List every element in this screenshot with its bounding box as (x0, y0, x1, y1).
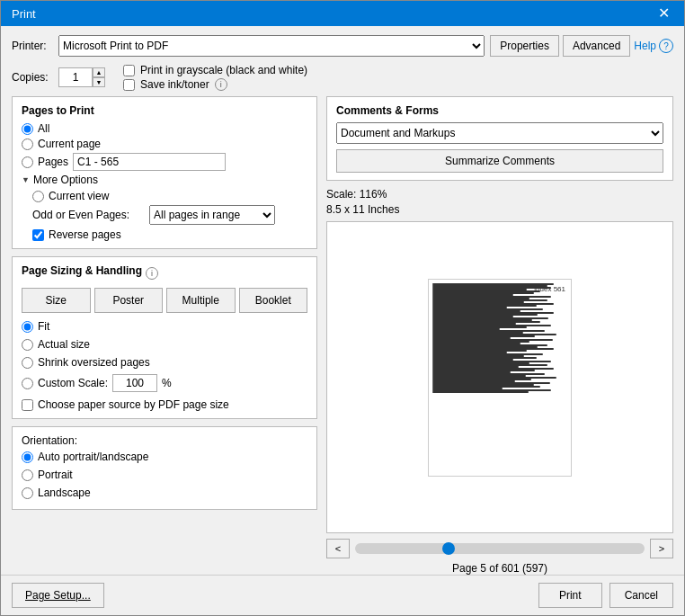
all-radio-row: All (22, 122, 307, 135)
copies-row: Copies: ▲ ▼ Print in grayscale (black an… (12, 64, 673, 91)
copies-up-button[interactable]: ▲ (93, 67, 105, 77)
booklet-button[interactable]: Booklet (239, 288, 308, 313)
custom-scale-label: Custom Scale: (38, 377, 108, 389)
comments-section: Comments & Forms Document and Markups Su… (326, 96, 673, 181)
preview-text (429, 280, 571, 397)
printer-row: Printer: Microsoft Print to PDF Properti… (12, 35, 673, 57)
preview-image: index 561 (428, 279, 572, 477)
orientation-section: Orientation: Auto portrait/landscape Por… (12, 426, 317, 510)
fit-radio-row: Fit (22, 320, 307, 333)
printer-label: Printer: (12, 40, 58, 52)
next-page-button[interactable]: > (650, 539, 673, 558)
main-area: Pages to Print All Current page Pages (12, 96, 673, 575)
portrait-row: Portrait (22, 469, 307, 481)
copies-input-wrap: ▲ ▼ (58, 67, 105, 87)
portrait-label: Portrait (38, 469, 73, 481)
current-view-radio[interactable] (32, 191, 44, 202)
all-radio[interactable] (22, 123, 33, 135)
current-view-radio-row: Current view (32, 190, 307, 202)
help-link[interactable]: Help ? (634, 39, 673, 53)
paper-source-label: Choose paper source by PDF page size (38, 398, 229, 411)
preview-nav: < > (326, 539, 673, 558)
copies-input[interactable] (58, 67, 93, 87)
pages-label: Pages (38, 156, 68, 168)
landscape-row: Landscape (22, 487, 307, 499)
action-buttons: Print Cancel (538, 583, 673, 608)
custom-scale-row: Custom Scale: % (22, 374, 307, 392)
grayscale-checkbox[interactable] (123, 65, 135, 76)
page-slider-thumb[interactable] (442, 542, 455, 555)
odd-even-label: Odd or Even Pages: (32, 209, 149, 221)
current-view-label: Current view (49, 190, 109, 202)
cancel-button[interactable]: Cancel (609, 583, 673, 608)
preview-page-label: index 561 (534, 285, 565, 293)
comments-select[interactable]: Document and Markups (336, 122, 663, 144)
properties-button[interactable]: Properties (490, 35, 559, 57)
custom-scale-input[interactable] (112, 374, 157, 392)
left-column: Pages to Print All Current page Pages (12, 96, 317, 575)
copies-label: Copies: (12, 71, 58, 84)
reverse-label: Reverse pages (49, 228, 121, 241)
odd-even-select[interactable]: All pages in range (149, 205, 275, 225)
orientation-options: Auto portrait/landscape Portrait Landsca… (22, 451, 307, 502)
grayscale-label: Print in grayscale (black and white) (140, 64, 307, 76)
current-page-label: Current page (38, 138, 101, 150)
help-icon[interactable]: ? (659, 39, 673, 53)
sizing-title-row: Page Sizing & Handling i (22, 264, 307, 282)
current-page-radio[interactable] (22, 138, 33, 150)
auto-orient-radio[interactable] (22, 451, 33, 463)
comments-title: Comments & Forms (336, 104, 663, 117)
fit-radio[interactable] (22, 321, 33, 333)
preview-area: index 561 (326, 221, 673, 533)
page-slider-track (355, 543, 645, 554)
portrait-radio[interactable] (22, 469, 33, 481)
pages-to-print-section: Pages to Print All Current page Pages (12, 96, 317, 249)
poster-button[interactable]: Poster (94, 288, 164, 313)
advanced-button[interactable]: Advanced (563, 35, 630, 57)
all-label: All (38, 122, 49, 135)
multiple-button[interactable]: Multiple (166, 288, 236, 313)
paper-source-checkbox[interactable] (22, 399, 33, 411)
more-options-content: Current view Odd or Even Pages: All page… (22, 190, 307, 241)
close-button[interactable]: ✕ (654, 6, 673, 21)
more-options-toggle[interactable]: ▼ More Options (22, 174, 307, 186)
custom-scale-radio[interactable] (22, 378, 33, 389)
odd-even-row: Odd or Even Pages: All pages in range (32, 205, 307, 225)
copies-down-button[interactable]: ▼ (93, 77, 105, 87)
ink-label: Save ink/toner (140, 78, 209, 91)
pages-radio[interactable] (22, 156, 33, 168)
ink-checkbox[interactable] (123, 79, 135, 91)
triangle-icon: ▼ (22, 175, 30, 184)
fit-options: Fit Actual size Shrink oversized pages (22, 320, 307, 395)
printer-select[interactable]: Microsoft Print to PDF (58, 35, 485, 57)
page-setup-button[interactable]: Page Setup... (12, 583, 104, 608)
pages-input[interactable] (73, 153, 226, 171)
sizing-buttons: Size Poster Multiple Booklet (22, 288, 307, 313)
ink-info-icon[interactable]: i (215, 78, 227, 91)
page-sizing-section: Page Sizing & Handling i Size Poster Mul… (12, 256, 317, 419)
grayscale-row: Print in grayscale (black and white) (123, 64, 307, 76)
pages-radio-row: Pages (22, 153, 307, 171)
reverse-checkbox[interactable] (32, 229, 44, 241)
prev-page-button[interactable]: < (326, 539, 350, 558)
copies-spinner: ▲ ▼ (93, 67, 105, 87)
percent-label: % (162, 377, 172, 389)
shrink-label: Shrink oversized pages (38, 356, 150, 369)
print-dialog: Print ✕ Printer: Microsoft Print to PDF … (0, 0, 685, 616)
title-bar: Print ✕ (1, 1, 684, 26)
bottom-row: Page Setup... Print Cancel (1, 575, 684, 615)
size-button[interactable]: Size (22, 288, 91, 313)
auto-orient-row: Auto portrait/landscape (22, 451, 307, 463)
print-button[interactable]: Print (538, 583, 602, 608)
summarize-comments-button[interactable]: Summarize Comments (336, 149, 663, 173)
page-size-info: 8.5 x 11 Inches (326, 203, 673, 216)
landscape-label: Landscape (38, 487, 91, 499)
actual-size-radio[interactable] (22, 339, 33, 351)
actual-size-radio-row: Actual size (22, 338, 307, 351)
right-column: Comments & Forms Document and Markups Su… (326, 96, 673, 575)
more-options-label: More Options (33, 174, 98, 186)
sizing-info-icon[interactable]: i (146, 267, 158, 280)
shrink-radio[interactable] (22, 357, 33, 369)
dialog-title: Print (12, 7, 36, 21)
landscape-radio[interactable] (22, 487, 33, 499)
